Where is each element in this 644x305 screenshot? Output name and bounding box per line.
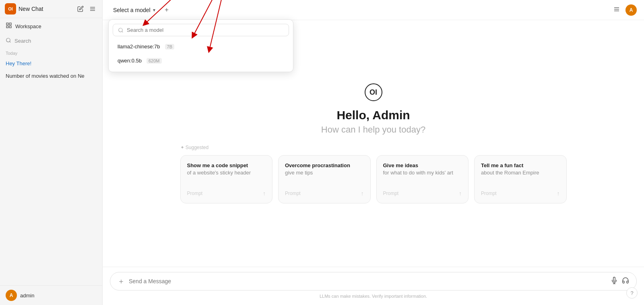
topbar: Select a model ▾ ＋ A llama2-chinese:7b 7…: [103, 0, 644, 20]
sidebar-menu-button[interactable]: [88, 4, 97, 14]
new-chat-edit-button[interactable]: [76, 4, 85, 14]
model-search-input[interactable]: [127, 27, 284, 33]
search-icon: [6, 37, 11, 44]
model-selector-button[interactable]: Select a model ▾: [110, 5, 159, 15]
prompt-card-1-title: Overcome procrastination: [285, 162, 364, 169]
input-plus-button[interactable]: ＋: [118, 276, 125, 286]
svg-rect-4: [9, 23, 11, 25]
prompt-card-0-title: Show me a code snippet: [187, 162, 266, 169]
prompt-arrow-3: ↑: [557, 190, 560, 197]
prompt-card-1-footer: Prompt ↑: [285, 190, 364, 197]
footer-note: LLMs can make mistakes. Verify important…: [110, 294, 637, 299]
message-input[interactable]: [129, 278, 607, 284]
sidebar-workspace-item[interactable]: Workspace: [0, 18, 102, 34]
prompt-card-0-footer: Prompt ↑: [187, 190, 266, 197]
model-selector-label: Select a model: [113, 7, 151, 13]
chat-item-hey-there[interactable]: Hey There!: [0, 57, 102, 70]
help-subtitle: How can I help you today?: [321, 124, 425, 135]
prompt-card-2-sub: for what to do with my kids' art: [383, 169, 462, 176]
svg-rect-6: [6, 26, 8, 28]
avatar[interactable]: A: [6, 290, 17, 301]
prompt-card-3[interactable]: Tell me a fun fact about the Roman Empir…: [474, 155, 567, 203]
workspace-icon: [6, 22, 12, 30]
prompt-cards: Show me a code snippet of a website's st…: [180, 155, 567, 203]
sidebar-search-item[interactable]: Search: [0, 34, 102, 48]
admin-label: admin: [20, 293, 34, 299]
svg-point-12: [119, 28, 122, 31]
prompt-card-1[interactable]: Overcome procrastination give me tips Pr…: [278, 155, 371, 203]
prompt-card-3-title: Tell me a fun fact: [481, 162, 560, 169]
model-search-box: [113, 24, 289, 36]
model-size-llama2: 7B: [165, 44, 174, 50]
svg-rect-3: [6, 23, 8, 25]
svg-rect-5: [9, 26, 11, 28]
svg-point-7: [6, 38, 10, 42]
prompt-card-0[interactable]: Show me a code snippet of a website's st…: [180, 155, 273, 203]
help-button[interactable]: ?: [626, 287, 638, 299]
prompt-card-2-title: Give me ideas: [383, 162, 462, 169]
layout-icon-button[interactable]: [612, 4, 621, 16]
svg-line-8: [10, 41, 11, 43]
model-item-qwen[interactable]: qwen:0.5b 620M: [113, 54, 289, 68]
model-search-icon: [118, 27, 124, 33]
chevron-down-icon: ▾: [153, 7, 155, 13]
model-size-qwen: 620M: [147, 58, 162, 64]
bottom-bar: ＋ LLMs can make mistakes. Verify importa…: [103, 267, 644, 305]
model-dropdown: llama2-chinese:7b 7B qwen:0.5b 620M down…: [108, 19, 293, 72]
prompt-card-2[interactable]: Give me ideas for what to do with my kid…: [376, 155, 469, 203]
model-item-llama2[interactable]: llama2-chinese:7b 7B: [113, 39, 289, 54]
search-label: Search: [14, 38, 31, 44]
prompt-card-0-sub: of a website's sticky header: [187, 169, 266, 176]
prompt-card-1-sub: give me tips: [285, 169, 364, 176]
oi-logo: OI: [365, 83, 382, 101]
today-label: Today: [0, 48, 102, 57]
prompt-word-2: Prompt: [383, 191, 399, 196]
new-chat-label: New Chat: [19, 6, 73, 12]
prompt-word-0: Prompt: [187, 191, 203, 196]
suggested-label: ✦ Suggested: [180, 145, 209, 150]
mic-button[interactable]: [611, 277, 618, 286]
add-model-button[interactable]: ＋: [162, 4, 171, 16]
model-name-qwen: qwen:0.5b: [118, 58, 142, 64]
workspace-label: Workspace: [15, 23, 41, 29]
prompt-word-3: Prompt: [481, 191, 497, 196]
main-area: Select a model ▾ ＋ A llama2-chinese:7b 7…: [103, 0, 644, 305]
headphone-button[interactable]: [622, 277, 629, 286]
prompt-card-3-sub: about the Roman Empire: [481, 169, 560, 176]
oi-badge: OI: [5, 3, 16, 15]
prompt-card-3-footer: Prompt ↑: [481, 190, 560, 197]
prompt-arrow-2: ↑: [459, 190, 462, 197]
prompt-card-2-footer: Prompt ↑: [383, 190, 462, 197]
sidebar: OI New Chat Workspace Search Today Hey T…: [0, 0, 103, 305]
model-name-llama2: llama2-chinese:7b: [118, 44, 160, 50]
sidebar-top: OI New Chat: [0, 0, 102, 18]
topbar-right: A: [612, 4, 637, 16]
prompt-arrow-0: ↑: [263, 190, 266, 197]
sidebar-bottom: A admin: [0, 285, 102, 305]
prompt-arrow-1: ↑: [361, 190, 364, 197]
input-row: ＋: [110, 272, 637, 290]
topbar-avatar[interactable]: A: [625, 4, 637, 16]
prompt-word-1: Prompt: [285, 191, 301, 196]
hello-title: Hello, Admin: [336, 108, 410, 122]
svg-line-13: [122, 31, 123, 32]
chat-item-movies[interactable]: Number of movies watched on Ne: [0, 70, 102, 82]
